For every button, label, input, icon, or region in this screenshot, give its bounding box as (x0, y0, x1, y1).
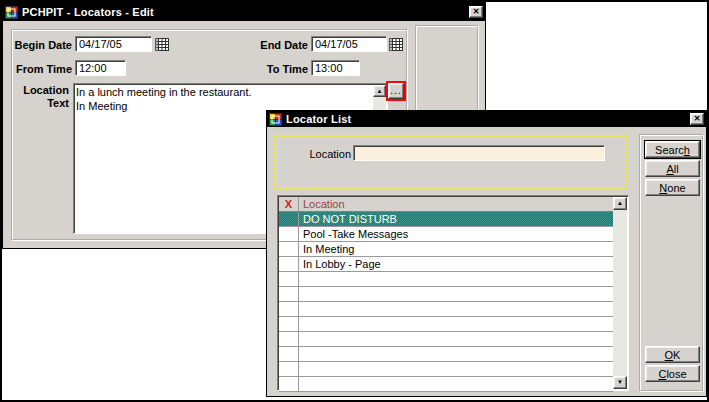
locator-list-window: Locator List ✕ Location X Location DO NO… (266, 110, 707, 397)
all-button[interactable]: All (645, 160, 700, 177)
ellipsis-highlight-outline: ... (386, 81, 406, 101)
locator-list-box: X Location DO NOT DISTURB Pool -Take Mes… (277, 195, 629, 391)
app-icon (5, 6, 19, 19)
scroll-down-icon[interactable]: ▼ (613, 376, 627, 389)
list-item-in-meeting[interactable]: In Meeting (279, 242, 613, 257)
list-item-do-not-disturb[interactable]: DO NOT DISTURB (279, 212, 613, 227)
edit-window-title: PCHPIT - Locators - Edit (22, 6, 466, 18)
list-empty-row (279, 377, 613, 392)
begin-date-calendar-button[interactable] (154, 36, 170, 52)
locator-window-title: Locator List (286, 113, 687, 125)
location-text-label-line1: Location (23, 84, 69, 96)
end-date-calendar-button[interactable] (388, 36, 404, 52)
ok-button-label: K (673, 349, 680, 361)
list-item-label: DO NOT DISTURB (299, 212, 613, 226)
search-button[interactable]: Search (645, 141, 700, 158)
to-time-label: To Time (203, 63, 308, 75)
list-header-location: Location (299, 197, 613, 211)
calendar-icon (155, 38, 169, 51)
list-item-in-lobby-page[interactable]: In Lobby - Page (279, 257, 613, 272)
scroll-up-icon[interactable]: ▲ (613, 197, 627, 210)
list-item-label: In Meeting (299, 242, 613, 256)
list-header-row: X Location (279, 197, 613, 212)
locator-list-scrollbar[interactable]: ▲ ▼ (613, 197, 627, 389)
list-header-x: X (279, 197, 299, 211)
action-button-panel: Search All None OK Close (639, 134, 704, 392)
none-button-label: one (667, 182, 685, 194)
open-locator-list-button ellipsis-icon[interactable]: ... (388, 83, 404, 99)
list-empty-row (279, 347, 613, 362)
location-search-input[interactable] (353, 145, 605, 161)
list-empty-row (279, 317, 613, 332)
scroll-up-icon[interactable]: ▲ (373, 85, 386, 97)
close-button[interactable]: Close (645, 365, 700, 382)
locator-window-close-button close-icon[interactable]: ✕ (690, 113, 704, 125)
list-item-pool-take-messages[interactable]: Pool -Take Messages (279, 227, 613, 242)
close-button-label: lose (666, 368, 686, 380)
list-item-x-cell (279, 257, 299, 271)
location-text-label: LocationText (3, 84, 69, 110)
from-time-input[interactable] (75, 60, 126, 76)
list-empty-row (279, 362, 613, 377)
search-button-label: Searc (655, 144, 684, 156)
list-item-x-cell (279, 242, 299, 256)
ok-button[interactable]: OK (645, 346, 700, 363)
none-button[interactable]: None (645, 179, 700, 196)
app-icon (269, 113, 283, 126)
list-empty-row (279, 302, 613, 317)
list-empty-row (279, 272, 613, 287)
locator-list-grid: X Location DO NOT DISTURB Pool -Take Mes… (279, 197, 613, 389)
end-date-input[interactable] (311, 36, 387, 52)
location-search-label: Location (287, 148, 351, 160)
from-time-label: From Time (3, 63, 72, 75)
edit-window-close-button close-icon[interactable]: ✕ (469, 6, 483, 18)
edit-window-titlebar[interactable]: PCHPIT - Locators - Edit ✕ (3, 3, 485, 21)
list-item-label: Pool -Take Messages (299, 227, 613, 241)
screenshot-canvas: PCHPIT - Locators - Edit ✕ Begin Date En… (0, 0, 709, 402)
list-empty-row (279, 287, 613, 302)
begin-date-label: Begin Date (3, 39, 72, 51)
begin-date-input[interactable] (75, 36, 152, 52)
location-text-label-line2: Text (47, 97, 69, 109)
list-item-x-cell (279, 227, 299, 241)
search-criteria-panel (274, 135, 627, 189)
to-time-input[interactable] (311, 60, 360, 76)
list-empty-row (279, 332, 613, 347)
list-item-label: In Lobby - Page (299, 257, 613, 271)
calendar-icon (389, 38, 403, 51)
all-button-label: ll (674, 163, 679, 175)
list-item-x-cell (279, 212, 299, 226)
end-date-label: End Date (203, 39, 308, 51)
locator-window-titlebar[interactable]: Locator List ✕ (267, 111, 706, 127)
